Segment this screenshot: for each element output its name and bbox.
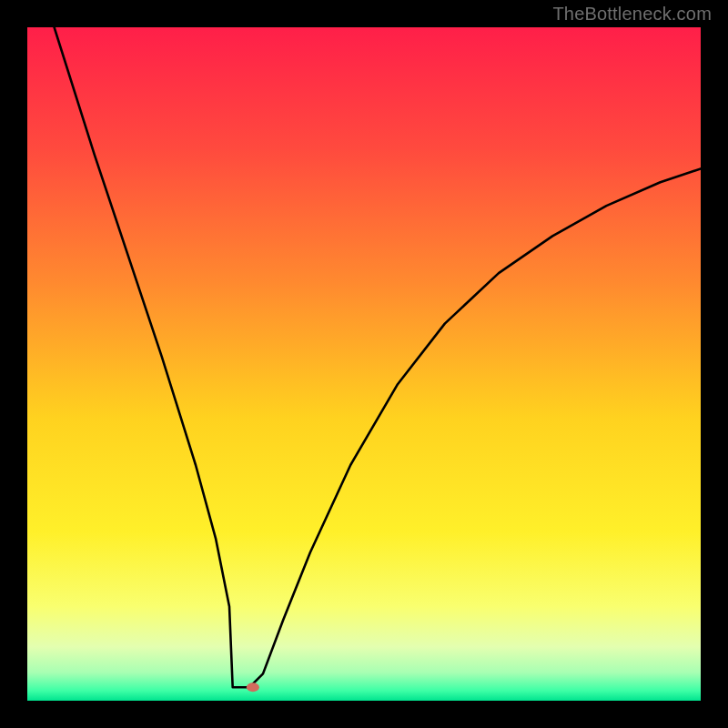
watermark-text: TheBottleneck.com [552, 4, 712, 25]
chart-stage: TheBottleneck.com [0, 0, 728, 728]
plot-area-frame [27, 27, 701, 701]
heat-background [27, 27, 701, 701]
plot-svg [27, 27, 701, 701]
optimal-point-marker [247, 682, 259, 692]
